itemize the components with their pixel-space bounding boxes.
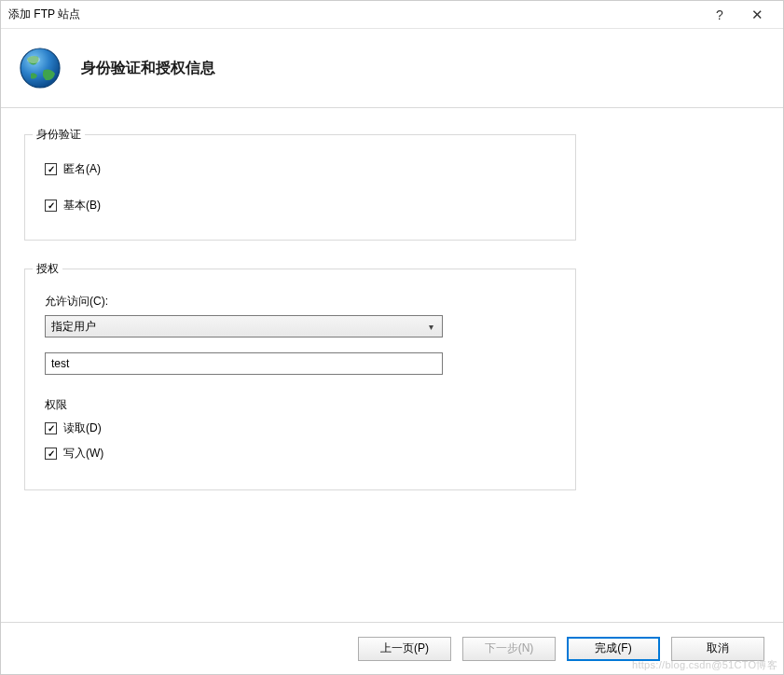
checkbox-write[interactable]: 写入(W): [45, 446, 560, 461]
checkbox-read-label: 读取(D): [63, 420, 102, 436]
authentication-group: 身份验证 匿名(A) 基本(B): [24, 134, 576, 241]
checkbox-icon: [45, 448, 57, 460]
permissions-label: 权限: [45, 397, 560, 413]
allow-access-select[interactable]: 指定用户 ▾: [45, 315, 443, 338]
help-button[interactable]: ?: [701, 7, 738, 22]
window-title: 添加 FTP 站点: [8, 7, 701, 22]
checkbox-anonymous-label: 匿名(A): [63, 161, 101, 177]
checkbox-write-label: 写入(W): [63, 446, 103, 461]
wizard-header: 身份验证和授权信息: [1, 29, 783, 108]
permissions-section: 读取(D) 写入(W): [40, 420, 560, 461]
authorization-legend: 授权: [33, 261, 62, 277]
authorization-group: 授权 允许访问(C): 指定用户 ▾ 权限 读取(D) 写入(W): [24, 269, 576, 490]
checkbox-read[interactable]: 读取(D): [45, 420, 560, 436]
checkbox-anonymous[interactable]: 匿名(A): [45, 161, 560, 177]
checkbox-basic-label: 基本(B): [63, 198, 101, 214]
close-button[interactable]: ✕: [738, 7, 776, 23]
checkbox-icon: [45, 422, 57, 434]
wizard-footer: 上一页(P) 下一步(N) 完成(F) 取消: [1, 622, 783, 674]
finish-button[interactable]: 完成(F): [567, 637, 660, 661]
authentication-legend: 身份验证: [33, 127, 85, 143]
cancel-button[interactable]: 取消: [671, 637, 764, 661]
page-title: 身份验证和授权信息: [81, 59, 215, 78]
checkbox-icon: [45, 200, 57, 212]
allow-access-selected: 指定用户: [51, 319, 423, 335]
allow-access-label: 允许访问(C):: [45, 294, 560, 310]
globe-icon: [18, 46, 62, 90]
titlebar: 添加 FTP 站点 ? ✕: [1, 1, 783, 29]
next-button: 下一步(N): [462, 637, 556, 661]
chevron-down-icon: ▾: [423, 322, 438, 332]
wizard-content: 身份验证 匿名(A) 基本(B) 授权 允许访问(C): 指定用户 ▾ 权限: [1, 108, 783, 528]
previous-button[interactable]: 上一页(P): [358, 637, 451, 661]
user-input[interactable]: [45, 352, 443, 375]
checkbox-basic[interactable]: 基本(B): [45, 198, 560, 214]
svg-point-1: [27, 56, 40, 63]
checkbox-icon: [45, 163, 57, 175]
svg-point-0: [21, 48, 60, 88]
